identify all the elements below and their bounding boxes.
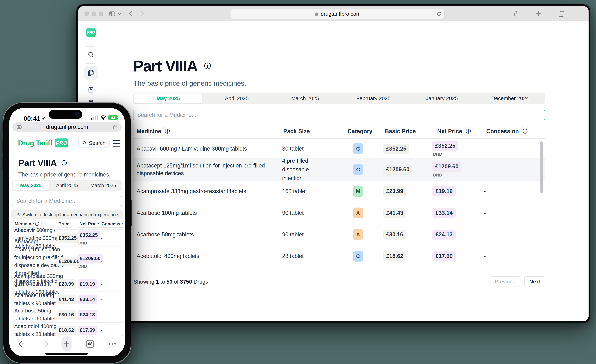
concession-value: - [101,235,103,241]
page-title: Part VIIIA [133,57,198,75]
concession-value: - [484,210,486,216]
site-header: Drug Tariff PRO [18,138,68,148]
documents-icon[interactable] [84,66,98,80]
table-row: Acarbose 100mg tablets 90 tablet A £41.4… [134,202,545,224]
traffic-light-close-button[interactable] [84,11,89,16]
next-button[interactable]: Next [524,276,545,287]
concession-value: - [484,166,486,173]
home-indicator[interactable] [45,353,88,355]
browser-window: drugtariffpro.com PRO [76,4,590,323]
status-icons: 63 [91,115,118,120]
more-options-icon[interactable]: ••• [109,341,117,347]
tab-april-2025[interactable]: April 2025 [49,181,85,190]
forward-button[interactable] [139,10,146,17]
net-price-badge: £1209.60 [432,162,461,171]
concession-value: - [484,145,486,152]
tab-overview-button[interactable]: 68 [86,340,94,348]
location-arrow-icon [41,117,45,121]
dnd-label: DND [78,264,87,269]
search-icon[interactable] [87,51,95,58]
share-icon[interactable] [112,124,118,132]
table-row: Acebutolol 400mg tablets x 28 tablet £18… [11,322,123,336]
wifi-icon [100,115,106,120]
camera-icon[interactable] [16,124,23,132]
basic-price-badge: £1209.60 [383,164,412,174]
concession-value: - [484,188,486,194]
tab-december-2024[interactable]: December 2024 [476,93,544,103]
traffic-light-minimize-button[interactable] [92,11,96,16]
table-row: Acarbose 50mg tablets x 90 tablet £30.16… [11,307,123,322]
header-concession[interactable]: Concessionⓘ [99,220,123,228]
header-medicine: Medicine [137,128,161,134]
brand-name[interactable]: Drug Tariff [18,139,52,147]
month-tabs: May 2025 April 2025 March 2025 February … [133,93,545,104]
page-subtitle: The basic price of generic medicines. [18,171,111,178]
basic-price-badge: £352.25 [383,144,409,154]
tab-february-2025[interactable]: February 2025 [339,93,408,103]
search-button[interactable]: Search [78,138,110,148]
address-bar[interactable]: drugtariffpro.com [230,9,445,19]
net-price-badge: £1209.60 [78,254,103,263]
sidebar-toggle-icon[interactable] [109,10,116,17]
front-camera [75,112,80,117]
header-category: Category [348,128,372,134]
info-icon[interactable]: ⓘ [61,160,67,166]
medicines-table: Medicineⓘ Pack Size Category Basic Price… [133,124,545,272]
pro-logo[interactable]: PRO [86,28,96,37]
concession-value: - [484,231,486,238]
medicine-search-input[interactable] [133,110,545,120]
concession-value: - [101,258,103,264]
table-row: Abatacept 125mg/1ml solution for injecti… [134,158,545,180]
tab-january-2025[interactable]: January 2025 [408,93,476,103]
table-row: Acamprosate 333mg gastro-resistant table… [134,180,545,202]
search-icon [82,141,87,145]
price-badge: £18.62 [57,326,76,335]
medicine-search-input[interactable] [12,196,122,206]
info-icon[interactable]: ⓘ [464,127,472,135]
phone-screen: 00:41 63 d [9,108,125,357]
dynamic-island [49,110,82,119]
table-row: Acebutolol 400mg tablets 28 tablet C £18… [134,245,545,267]
table-row: Abacavir 600mg / Lamivudine 300mg tablet… [134,139,545,158]
showing-summary: Showing 1 to 50 of 3750 Drugs [134,279,208,285]
info-icon[interactable]: ⓘ [163,127,171,135]
info-icon[interactable]: ⓘ [203,62,212,70]
book-icon[interactable] [87,87,95,94]
mobile-address-bar[interactable]: drugtariffpro.com [12,122,122,132]
back-button[interactable] [127,10,134,17]
reload-icon[interactable] [436,11,442,18]
info-icon: ⓘ [35,221,39,227]
tab-april-2025[interactable]: April 2025 [202,93,271,103]
share-icon[interactable] [513,10,520,17]
forward-button[interactable] [41,340,50,348]
tab-overview-icon[interactable] [558,10,565,17]
basic-price-badge: £30.16 [383,230,406,239]
sidebar-divider [86,63,95,64]
concession-value: - [101,327,103,333]
hamburger-menu-icon[interactable] [113,140,120,147]
tab-march-2025[interactable]: March 2025 [271,93,339,103]
net-price-badge: £352.25 [432,141,458,151]
header-net-price: Net Price [437,128,462,134]
web-page: PRO [78,22,589,321]
browser-titlebar: drugtariffpro.com [78,6,589,22]
tab-may-2025[interactable]: May 2025 [134,93,202,103]
table-scrollbar[interactable] [540,141,543,193]
previous-button[interactable]: Previous [490,276,520,287]
cellular-signal-icon [91,115,98,120]
new-tab-icon[interactable] [535,10,542,17]
divider [9,153,125,153]
net-price-badge: £33.14 [78,295,97,304]
tab-may-2025[interactable]: May 2025 [13,181,49,190]
header-concession: Concession [486,128,519,134]
url-text: drugtariffpro.com [46,124,88,130]
tab-march-2025[interactable]: March 2025 [85,181,121,190]
new-tab-button[interactable] [62,340,71,348]
net-price-badge: £24.13 [432,230,456,239]
back-button[interactable] [17,340,26,348]
page-title: Part VIIIA [18,158,57,168]
info-icon[interactable]: ⓘ [521,127,529,135]
chevron-down-icon[interactable] [117,12,122,16]
traffic-light-zoom-button[interactable] [99,11,103,16]
category-badge: C [353,143,363,154]
